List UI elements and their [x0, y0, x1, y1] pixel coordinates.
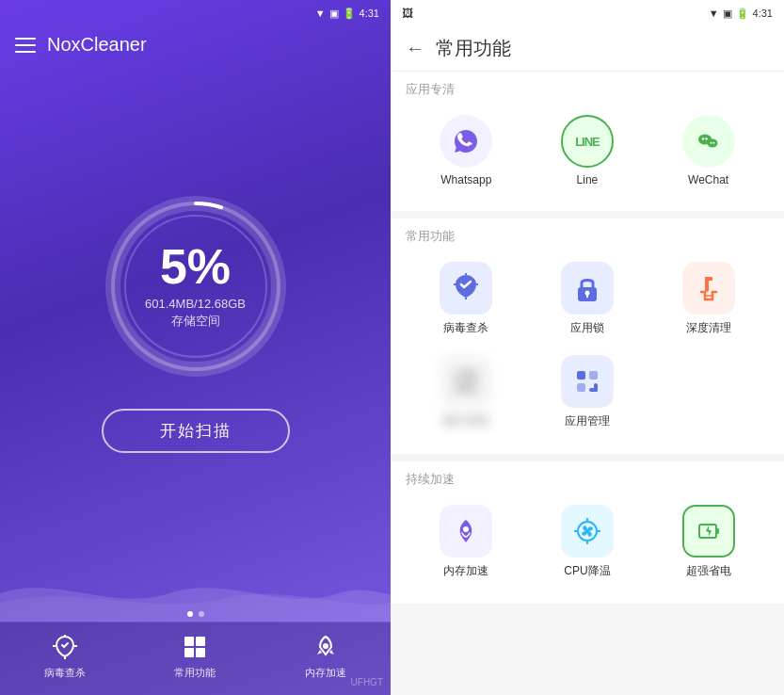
battery-icon: 🔋: [343, 8, 356, 20]
storage-circle: 5% 601.4MB/12.68GB 存储空间: [102, 192, 290, 380]
app-item-whatsapp[interactable]: Whatsapp: [406, 105, 527, 196]
circle-container: 5% 601.4MB/12.68GB 存储空间 开始扫描: [0, 52, 391, 611]
gallery-icon: [440, 355, 492, 408]
deep-clean-label: 深度清理: [686, 320, 731, 336]
nav-label-functions: 常用功能: [174, 666, 216, 680]
bottom-nav: 病毒查杀 常用功能 内存加速: [0, 622, 391, 695]
section-acceleration: 持续加速 内存加速: [391, 461, 784, 604]
section-app-clean: 应用专清 Whatsapp LINE: [391, 72, 784, 211]
signal-icon: ▼: [315, 8, 326, 19]
wechat-icon: [682, 115, 735, 168]
svg-point-34: [463, 526, 469, 532]
acceleration-grid: 内存加速: [391, 495, 784, 604]
storage-text: 601.4MB/12.68GB: [145, 297, 246, 311]
right-battery-icon: 🔋: [736, 8, 749, 20]
svg-rect-30: [589, 371, 598, 380]
common-features-grid: 病毒查杀 应用锁: [391, 252, 784, 454]
deep-clean-icon: [682, 262, 735, 315]
app-item-memory-accel[interactable]: 内存加速: [406, 495, 527, 589]
app-clean-grid: Whatsapp LINE Line: [391, 105, 784, 211]
right-content: 应用专清 Whatsapp LINE: [391, 72, 784, 695]
menu-icon[interactable]: [15, 38, 36, 53]
nav-item-virus[interactable]: 病毒查杀: [44, 632, 86, 680]
line-icon: LINE: [561, 115, 614, 168]
app-item-line[interactable]: LINE Line: [527, 105, 648, 196]
time-display: 4:31: [360, 8, 379, 19]
app-item-app-manage[interactable]: 应用管理: [527, 346, 648, 439]
rocket-icon: [311, 632, 341, 662]
virus-scan-icon: [50, 632, 80, 662]
right-status-bar: 🖼 ▼ ▣ 🔋 4:31: [391, 0, 784, 26]
lock-label: 应用锁: [570, 320, 604, 336]
scan-btn-container: 开始扫描: [102, 409, 290, 453]
app-item-wechat[interactable]: WeChat: [648, 105, 769, 196]
right-status-icons: ▼ ▣ 🔋 4:31: [709, 8, 773, 20]
right-title: 常用功能: [436, 36, 511, 61]
svg-point-18: [707, 139, 717, 148]
gallery-label: 图片管理: [443, 413, 488, 429]
nav-label-memory: 内存加速: [305, 666, 346, 680]
whatsapp-label: Whatsapp: [440, 173, 491, 186]
app-manage-icon: [561, 355, 614, 408]
section-common-features: 常用功能 病毒查杀: [391, 218, 784, 454]
back-button[interactable]: ←: [406, 38, 424, 59]
app-item-gallery[interactable]: 图片管理: [406, 346, 527, 439]
svg-point-22: [584, 291, 589, 296]
memory-accel-icon: [440, 505, 492, 558]
svg-point-17: [705, 137, 707, 139]
svg-point-16: [701, 137, 703, 139]
app-item-virus[interactable]: 病毒查杀: [406, 252, 527, 346]
battery-save-label: 超强省电: [686, 563, 731, 579]
watermark: UFHGT: [351, 677, 383, 687]
image-icon: 🖼: [402, 7, 413, 20]
section-title-common: 常用功能: [391, 218, 784, 252]
svg-rect-11: [196, 648, 205, 657]
svg-rect-29: [577, 371, 585, 380]
section-title-app-clean: 应用专清: [391, 72, 784, 105]
right-time: 4:31: [753, 8, 773, 19]
whatsapp-icon: [440, 115, 492, 168]
cpu-cool-label: CPU降温: [564, 563, 610, 579]
svg-rect-33: [589, 388, 598, 392]
left-status-icons: ▼ ▣ 🔋 4:31: [315, 8, 379, 20]
svg-point-19: [710, 142, 712, 144]
svg-rect-31: [577, 383, 585, 392]
virus-icon: [440, 262, 492, 315]
right-sim-icon: ▣: [723, 8, 732, 20]
dot-2: [199, 611, 204, 617]
svg-point-20: [712, 142, 714, 144]
svg-point-40: [585, 529, 589, 533]
section-title-accel: 持续加速: [391, 461, 784, 495]
app-item-deep-clean[interactable]: 深度清理: [648, 252, 769, 346]
left-panel: ▼ ▣ 🔋 4:31 NoxCleaner 5%: [0, 0, 391, 695]
nav-item-memory[interactable]: 内存加速: [305, 632, 346, 680]
svg-rect-25: [705, 277, 712, 281]
circle-inner: 5% 601.4MB/12.68GB 存储空间: [145, 242, 246, 330]
right-panel: 🖼 ▼ ▣ 🔋 4:31 ← 常用功能 应用专清: [391, 0, 784, 695]
app-item-cpu-cool[interactable]: CPU降温: [527, 495, 648, 589]
wechat-label: WeChat: [688, 173, 728, 186]
svg-rect-10: [184, 648, 194, 657]
memory-accel-label: 内存加速: [443, 563, 488, 579]
app-manage-label: 应用管理: [565, 413, 610, 429]
sim-icon: ▣: [329, 8, 339, 20]
svg-point-12: [323, 643, 328, 649]
line-label: Line: [577, 173, 599, 186]
svg-rect-42: [716, 528, 719, 534]
right-signal-icon: ▼: [709, 8, 719, 19]
lock-icon: [561, 262, 614, 315]
battery-save-icon: [682, 505, 735, 558]
grid-icon: [180, 632, 210, 662]
nav-label-virus: 病毒查杀: [44, 666, 86, 680]
app-item-lock[interactable]: 应用锁: [527, 252, 648, 346]
left-status-bar: ▼ ▣ 🔋 4:31: [0, 0, 391, 26]
cpu-cool-icon: [561, 505, 614, 558]
right-header: ← 常用功能: [391, 26, 784, 72]
svg-rect-9: [196, 637, 205, 646]
app-item-battery-save[interactable]: 超强省电: [648, 495, 769, 589]
nav-item-functions[interactable]: 常用功能: [174, 632, 216, 680]
page-indicator: [0, 611, 391, 617]
dot-1: [187, 611, 193, 617]
percent-text: 5%: [145, 242, 246, 291]
scan-button[interactable]: 开始扫描: [102, 409, 290, 453]
